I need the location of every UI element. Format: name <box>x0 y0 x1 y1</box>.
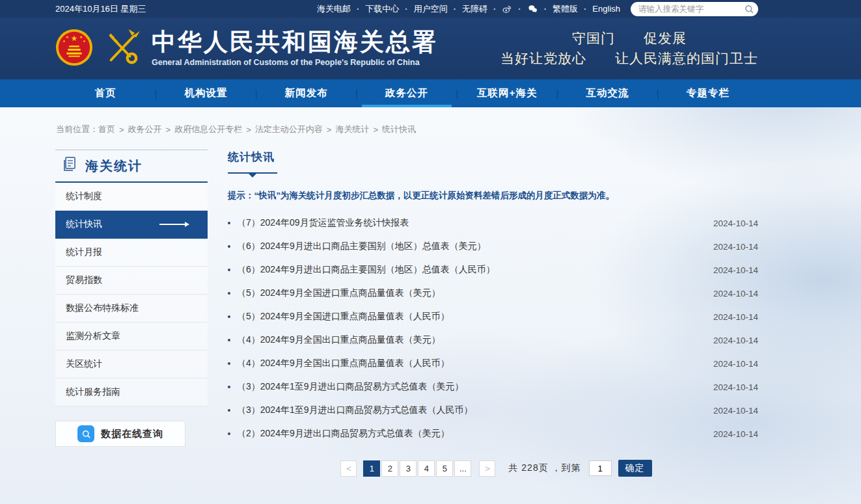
query-search-icon <box>77 425 94 442</box>
breadcrumb-prefix: 当前位置： <box>56 124 98 135</box>
sidebar-item-2[interactable]: 统计快讯 <box>55 211 208 239</box>
nav-item-6[interactable]: 互动交流 <box>557 79 657 107</box>
page-button-3[interactable]: 3 <box>400 460 417 477</box>
breadcrumb-item-1[interactable]: 首页 <box>98 124 115 135</box>
slogan-line-2: 当好让党放心 让人民满意的国门卫士 <box>500 49 758 68</box>
sidebar: 海关统计 统计制度统计快讯统计月报贸易指数数据公布特殊标准监测分析文章关区统计统… <box>55 150 208 447</box>
topbar-link-1[interactable]: 海关电邮 <box>317 3 365 15</box>
topbar-link-4[interactable]: 无障碍 <box>462 3 502 15</box>
breadcrumb-item-5[interactable]: 海关统计 <box>335 124 369 135</box>
topbar-link-3[interactable]: 用户空间 <box>414 3 462 15</box>
svg-text:★: ★ <box>71 34 77 42</box>
article-date: 2024-10-14 <box>713 382 758 392</box>
site-search <box>631 2 758 16</box>
topbar: 2024年10月16日 星期三 海关电邮下载中心用户空间无障碍繁體版Englis… <box>0 0 861 18</box>
article-date: 2024-10-14 <box>713 429 758 439</box>
sidebar-item-4[interactable]: 贸易指数 <box>55 267 208 295</box>
article-row: （3）2024年1至9月进出口商品贸易方式总值表（美元）2024-10-14 <box>228 375 758 399</box>
article-date: 2024-10-14 <box>713 289 758 298</box>
breadcrumb-item-2[interactable]: 政务公开 <box>128 124 162 135</box>
bullet-icon <box>228 386 230 388</box>
confirm-button[interactable]: 确定 <box>618 460 652 477</box>
article-link[interactable]: （5）2024年9月全国进口重点商品量值表（美元） <box>237 287 700 299</box>
data-query-button[interactable]: 数据在线查询 <box>55 421 185 447</box>
sidebar-item-5[interactable]: 数据公布特殊标准 <box>55 295 208 323</box>
customs-portal-page: 2024年10月16日 星期三 海关电邮下载中心用户空间无障碍繁體版Englis… <box>0 0 861 504</box>
nav-item-5[interactable]: 互联网+海关 <box>457 79 557 107</box>
site-logo[interactable]: ★ ★ ★ ★ ★ <box>55 29 438 69</box>
page-button-...[interactable]: ... <box>454 460 471 477</box>
sidebar-item-7[interactable]: 关区统计 <box>55 351 208 378</box>
article-link[interactable]: （3）2024年1至9月进出口商品贸易方式总值表（人民币） <box>237 405 700 416</box>
search-input[interactable] <box>638 5 744 14</box>
sidebar-item-label: 统计制度 <box>66 191 102 202</box>
prev-page-button[interactable]: < <box>340 460 357 477</box>
next-page-button[interactable]: > <box>479 460 495 477</box>
svg-text:★: ★ <box>79 35 83 39</box>
article-link[interactable]: （5）2024年9月全国进口重点商品量值表（人民币） <box>237 311 700 323</box>
sidebar-item-label: 统计快讯 <box>66 219 102 230</box>
sidebar-item-label: 监测分析文章 <box>66 330 120 342</box>
page-button-1[interactable]: 1 <box>363 460 380 477</box>
jump-page-input[interactable] <box>589 460 612 476</box>
customs-emblem-icon <box>100 29 142 69</box>
bullet-icon <box>228 432 230 435</box>
main-content: 统计快讯 提示：“快讯”为海关统计月度初步汇总数据，以更正统计原始资料差错后形成… <box>228 150 758 477</box>
sidebar-item-1[interactable]: 统计制度 <box>55 183 208 211</box>
sidebar-item-3[interactable]: 统计月报 <box>55 239 208 267</box>
breadcrumb-item-3[interactable]: 政府信息公开专栏 <box>174 124 242 135</box>
sidebar-item-label: 统计服务指南 <box>66 386 120 398</box>
nav-item-7[interactable]: 专题专栏 <box>658 79 758 107</box>
article-row: （5）2024年9月全国进口重点商品量值表（人民币）2024-10-14 <box>228 305 758 328</box>
pagination-total-label: 共 228页 ，到第 <box>508 462 581 474</box>
article-link[interactable]: （3）2024年1至9月进出口商品贸易方式总值表（美元） <box>237 381 700 393</box>
lang-link-1[interactable]: 繁體版 <box>553 3 592 15</box>
breadcrumb-separator: > <box>166 125 171 135</box>
site-title: 中华人民共和国海关总署 <box>152 30 438 55</box>
header-slogan: 守国门 促发展 当好让党放心 让人民满意的国门卫士 <box>500 29 758 68</box>
sidebar-menu: 统计制度统计快讯统计月报贸易指数数据公布特殊标准监测分析文章关区统计统计服务指南 <box>55 183 208 406</box>
article-date: 2024-10-14 <box>713 312 758 322</box>
article-link[interactable]: （6）2024年9月进出口商品主要国别（地区）总值表（人民币） <box>237 264 700 276</box>
page-button-2[interactable]: 2 <box>381 460 398 477</box>
sidebar-box: 海关统计 统计制度统计快讯统计月报贸易指数数据公布特殊标准监测分析文章关区统计统… <box>55 150 208 406</box>
weibo-icon[interactable] <box>502 4 526 14</box>
bullet-icon <box>228 362 230 365</box>
topbar-right: 海关电邮下载中心用户空间无障碍繁體版English <box>317 2 758 16</box>
svg-text:★: ★ <box>83 40 86 43</box>
breadcrumb-item-4[interactable]: 法定主动公开内容 <box>255 124 323 135</box>
page-button-5[interactable]: 5 <box>436 460 453 477</box>
site-header: ★ ★ ★ ★ ★ <box>0 18 861 79</box>
article-row: （5）2024年9月全国进口重点商品量值表（美元）2024-10-14 <box>228 282 758 305</box>
article-date: 2024-10-14 <box>713 406 758 416</box>
sidebar-item-6[interactable]: 监测分析文章 <box>55 323 208 351</box>
nav-item-2[interactable]: 机构设置 <box>156 79 256 107</box>
article-row: （2）2024年9月进出口商品贸易方式总值表（美元）2024-10-14 <box>228 422 758 445</box>
query-button-label: 数据在线查询 <box>101 428 163 440</box>
nav-item-4[interactable]: 政务公开 <box>357 79 457 107</box>
nav-item-1[interactable]: 首页 <box>55 79 156 107</box>
article-list: （7）2024年09月货运监管业务统计快报表2024-10-14（6）2024年… <box>228 211 758 445</box>
article-link[interactable]: （4）2024年9月全国出口重点商品量值表（美元） <box>237 334 700 346</box>
bullet-icon <box>228 245 230 248</box>
site-titles: 中华人民共和国海关总署 General Administration of Cu… <box>152 30 438 67</box>
sidebar-item-8[interactable]: 统计服务指南 <box>55 378 208 406</box>
breadcrumb-separator: > <box>327 125 332 135</box>
article-link[interactable]: （2）2024年9月进出口商品贸易方式总值表（美元） <box>237 428 700 440</box>
breadcrumb-separator: > <box>119 125 124 135</box>
topbar-link-2[interactable]: 下载中心 <box>365 3 413 15</box>
content-layout: 海关统计 统计制度统计快讯统计月报贸易指数数据公布特殊标准监测分析文章关区统计统… <box>0 135 861 477</box>
sidebar-header: 海关统计 <box>55 150 208 183</box>
wechat-icon[interactable] <box>527 4 553 14</box>
lang-link-2[interactable]: English <box>592 4 620 14</box>
nav-item-3[interactable]: 新闻发布 <box>256 79 357 107</box>
breadcrumb-item-6[interactable]: 统计快讯 <box>382 124 416 135</box>
article-link[interactable]: （4）2024年9月全国出口重点商品量值表（人民币） <box>237 358 700 369</box>
breadcrumb: 当前位置：首页>政务公开>政府信息公开专栏>法定主动公开内容>海关统计>统计快讯 <box>0 107 861 135</box>
article-date: 2024-10-14 <box>713 265 758 275</box>
article-link[interactable]: （7）2024年09月货运监管业务统计快报表 <box>237 217 700 229</box>
page-button-4[interactable]: 4 <box>418 460 435 477</box>
search-icon[interactable] <box>744 4 754 14</box>
article-link[interactable]: （6）2024年9月进出口商品主要国别（地区）总值表（美元） <box>237 241 700 252</box>
page-buttons: 12345... <box>363 460 472 477</box>
